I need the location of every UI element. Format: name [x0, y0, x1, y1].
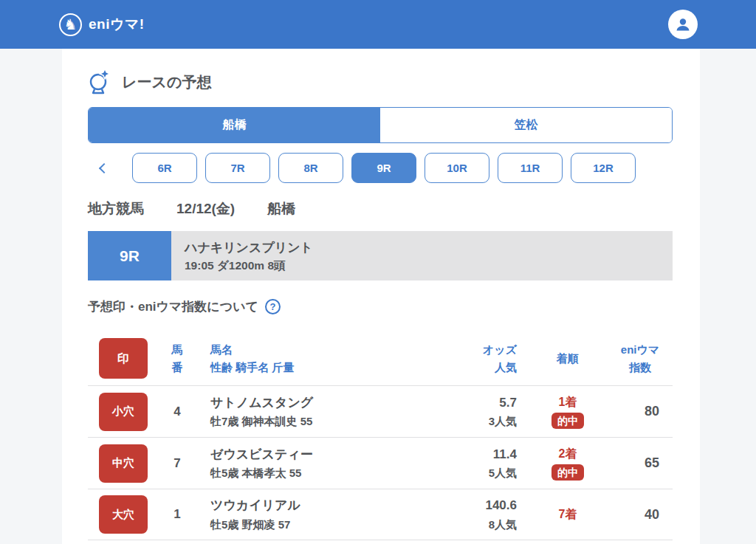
app-logo[interactable]: ♞ eniウマ!: [59, 13, 145, 36]
hit-badge: 的中: [551, 413, 584, 429]
horse-cell: ゼウスビスティー 牡5歳 本橋孝太 55: [196, 445, 435, 482]
eniuma-index: 80: [612, 404, 673, 419]
horse-number: 1: [159, 507, 196, 522]
race-button-8r[interactable]: 8R: [278, 153, 343, 183]
mark-badge: 中穴: [99, 444, 148, 483]
race-button-11r[interactable]: 11R: [498, 153, 563, 183]
header-name-line2: 性齢 騎手名 斤量: [210, 359, 435, 376]
mark-cell: 大穴: [88, 495, 159, 534]
odds-cell: 5.7 3人気: [435, 393, 523, 430]
finish-cell: 7着: [523, 507, 612, 523]
header-finish-cell: 着順: [523, 350, 612, 368]
info-row: 予想印・eniウマ指数について ?: [88, 298, 673, 315]
content-card: レースの予想 船橋 笠松 6R 7R 8R 9R 10R 11R 12R 地方競…: [62, 49, 700, 544]
prev-races-button[interactable]: [95, 153, 110, 183]
info-label: 予想印・eniウマ指数について: [88, 298, 258, 315]
mark-cell: 小穴: [88, 393, 159, 431]
finish-cell: 1着 的中: [523, 395, 612, 429]
race-number-badge: 9R: [88, 231, 171, 280]
race-banner: 9R ハナキリンスプリント 19:05 ダ1200m 8頭: [88, 231, 673, 280]
horse-head-icon: ♞: [59, 13, 82, 36]
header-odds-line2: 人気: [435, 359, 517, 376]
header-odds-cell: オッズ 人気: [435, 341, 523, 376]
meta-date: 12/12(金): [176, 199, 235, 218]
horse-cell: サトノムスタング 牡7歳 御神本訓史 55: [196, 393, 435, 430]
chevron-left-icon: [99, 162, 109, 173]
horse-number: 7: [159, 456, 196, 471]
mark-cell: 中穴: [88, 444, 159, 483]
horse-detail: 牡5歳 本橋孝太 55: [210, 464, 435, 481]
header-number-line1: 馬: [159, 341, 196, 359]
mark-badge: 小穴: [99, 393, 148, 431]
table-row: 中穴 7 ゼウスビスティー 牡5歳 本橋孝太 55 11.4 5人気 2着 的中…: [88, 437, 673, 489]
horse-number: 4: [159, 404, 196, 419]
page-title: レースの予想: [122, 72, 211, 92]
finish-position: 2着: [523, 447, 612, 462]
race-buttons: 6R 7R 8R 9R 10R 11R 12R: [132, 153, 636, 183]
eniuma-index: 40: [612, 507, 673, 523]
user-avatar-button[interactable]: [668, 10, 698, 39]
horse-name: ツウカイリアル: [210, 496, 435, 515]
race-detail: 19:05 ダ1200m 8頭: [185, 258, 673, 274]
race-name: ハナキリンスプリント: [185, 239, 673, 258]
header-name-cell: 馬名 性齢 騎手名 斤量: [196, 341, 435, 376]
meta-category: 地方競馬: [88, 199, 144, 218]
tab-kasamatsu[interactable]: 笠松: [380, 108, 672, 142]
prediction-table: 印 馬 番 馬名 性齢 騎手名 斤量 オッズ 人気 着順 eniウマ 指数 小: [88, 331, 673, 540]
race-button-9r[interactable]: 9R: [351, 153, 416, 183]
race-nav: 6R 7R 8R 9R 10R 11R 12R: [88, 153, 673, 183]
horse-cell: ツウカイリアル 牡5歳 野畑凌 57: [196, 496, 435, 533]
header-name-line1: 馬名: [210, 341, 435, 358]
finish-position: 1着: [523, 395, 612, 410]
table-header-row: 印 馬 番 馬名 性齢 騎手名 斤量 オッズ 人気 着順 eniウマ 指数: [88, 331, 673, 385]
table-row: 小穴 4 サトノムスタング 牡7歳 御神本訓史 55 5.7 3人気 1着 的中…: [88, 385, 673, 437]
race-button-6r[interactable]: 6R: [132, 153, 197, 183]
odds-cell: 11.4 5人気: [435, 445, 523, 482]
race-button-12r[interactable]: 12R: [571, 153, 636, 183]
tab-funabashi[interactable]: 船橋: [89, 108, 380, 142]
horse-detail: 牡5歳 野畑凌 57: [210, 516, 435, 533]
meta-venue: 船橋: [267, 199, 295, 218]
race-meta-row: 地方競馬 12/12(金) 船橋: [88, 199, 673, 218]
crystal-ball-icon: [88, 69, 111, 94]
mark-badge: 大穴: [99, 495, 148, 534]
header-number-line2: 番: [159, 359, 196, 376]
eniuma-index: 65: [612, 455, 673, 471]
person-icon: [674, 16, 692, 33]
logo-text: eniウマ!: [89, 15, 145, 34]
odds-value: 11.4: [435, 445, 517, 464]
odds-value: 5.7: [435, 393, 517, 413]
finish-cell: 2着 的中: [523, 447, 612, 481]
horse-detail: 牡7歳 御神本訓史 55: [210, 413, 435, 430]
table-row: 大穴 1 ツウカイリアル 牡5歳 野畑凌 57 140.6 8人気 7着 40: [88, 489, 673, 540]
app-header: ♞ eniウマ!: [0, 0, 756, 49]
race-banner-body: ハナキリンスプリント 19:05 ダ1200m 8頭: [171, 231, 673, 280]
odds-value: 140.6: [435, 496, 517, 515]
horse-name: ゼウスビスティー: [210, 445, 435, 464]
venue-tabs: 船橋 笠松: [88, 107, 673, 143]
race-button-7r[interactable]: 7R: [205, 153, 270, 183]
header-mark-cell: 印: [88, 338, 159, 379]
race-button-10r[interactable]: 10R: [425, 153, 489, 183]
odds-cell: 140.6 8人気: [435, 496, 523, 533]
help-icon[interactable]: ?: [265, 299, 281, 314]
horse-name: サトノムスタング: [210, 393, 435, 413]
header-index-line2: 指数: [612, 359, 668, 376]
mark-header-badge: 印: [99, 338, 148, 379]
popularity-value: 3人気: [435, 413, 517, 430]
header-index-line1: eniウマ: [612, 341, 668, 359]
header-odds-line1: オッズ: [435, 341, 517, 358]
header-number-cell: 馬 番: [159, 341, 196, 376]
finish-position: 7着: [523, 507, 612, 523]
popularity-value: 5人気: [435, 464, 517, 481]
popularity-value: 8人気: [435, 516, 517, 533]
hit-badge: 的中: [551, 464, 584, 481]
header-index-cell: eniウマ 指数: [612, 341, 673, 376]
page-title-row: レースの予想: [88, 68, 673, 96]
